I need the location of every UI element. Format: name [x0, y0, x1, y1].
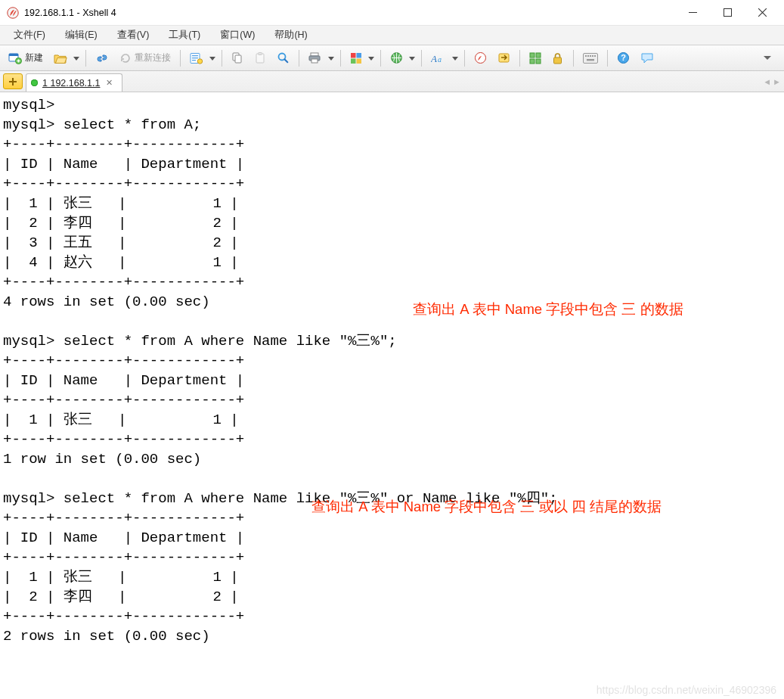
- tile-button[interactable]: [525, 48, 545, 68]
- feedback-button[interactable]: [637, 48, 658, 68]
- svg-rect-37: [594, 55, 596, 57]
- xftp-button[interactable]: [494, 48, 514, 68]
- svg-point-9: [197, 58, 202, 63]
- print-button[interactable]: [305, 48, 326, 68]
- font-dropdown[interactable]: [451, 48, 459, 68]
- svg-rect-20: [351, 58, 356, 64]
- open-button[interactable]: [50, 48, 71, 68]
- maximize-button[interactable]: [710, 2, 745, 24]
- svg-rect-29: [530, 59, 535, 64]
- new-tab-button[interactable]: [3, 73, 23, 89]
- minimize-button[interactable]: [675, 2, 710, 24]
- svg-rect-33: [585, 55, 587, 57]
- svg-rect-15: [311, 53, 318, 56]
- menu-bar: 文件(F) 编辑(E) 查看(V) 工具(T) 窗口(W) 帮助(H): [0, 26, 784, 45]
- svg-point-25: [476, 53, 486, 64]
- copy-button[interactable]: [228, 48, 247, 68]
- svg-rect-31: [554, 57, 562, 64]
- link-button[interactable]: [91, 48, 113, 68]
- tab-status-icon: [31, 79, 38, 86]
- svg-rect-1: [724, 9, 731, 17]
- help-button[interactable]: ?: [613, 48, 634, 68]
- properties-dropdown[interactable]: [209, 48, 216, 68]
- svg-rect-19: [357, 53, 362, 58]
- menu-file[interactable]: 文件(F): [6, 26, 53, 44]
- properties-button[interactable]: [186, 48, 207, 68]
- menu-view[interactable]: 查看(V): [110, 26, 157, 44]
- open-dropdown[interactable]: [73, 48, 80, 68]
- tab-label: 1 192.168.1.1: [42, 78, 100, 89]
- svg-rect-18: [351, 53, 356, 58]
- color-scheme-button[interactable]: [346, 48, 366, 68]
- lock-button[interactable]: [548, 48, 568, 68]
- new-session-label: 新建: [25, 51, 43, 64]
- tab-nav: ◄ ►: [763, 71, 781, 92]
- svg-rect-21: [357, 58, 362, 64]
- app-icon: [6, 6, 20, 20]
- font-button[interactable]: A a: [427, 48, 450, 68]
- svg-rect-3: [9, 54, 18, 56]
- tab-strip: 1 192.168.1.1 ✕ ◄ ►: [0, 71, 784, 92]
- tab-next-button[interactable]: ►: [773, 77, 781, 86]
- menu-edit[interactable]: 编辑(E): [57, 26, 105, 44]
- svg-point-0: [8, 7, 18, 17]
- svg-rect-34: [587, 55, 589, 57]
- reconnect-label: 重新连接: [135, 51, 171, 64]
- svg-rect-35: [590, 55, 591, 57]
- print-dropdown[interactable]: [327, 48, 335, 68]
- svg-rect-36: [592, 55, 593, 57]
- keyboard-button[interactable]: [579, 48, 602, 68]
- svg-rect-27: [530, 53, 535, 57]
- svg-rect-11: [235, 55, 241, 63]
- close-button[interactable]: [745, 2, 779, 24]
- xshell-icon-button[interactable]: [470, 48, 491, 68]
- svg-text:a: a: [438, 55, 442, 64]
- language-button[interactable]: [386, 48, 407, 68]
- svg-rect-28: [536, 53, 541, 57]
- window-title: 192.168.1.1 - Xshell 4: [24, 8, 116, 18]
- toolbar-overflow[interactable]: [760, 48, 779, 68]
- session-tab[interactable]: 1 192.168.1.1 ✕: [26, 73, 122, 92]
- color-scheme-dropdown[interactable]: [367, 48, 375, 68]
- svg-rect-32: [584, 53, 598, 63]
- find-button[interactable]: [273, 48, 293, 68]
- menu-help[interactable]: 帮助(H): [267, 26, 315, 44]
- svg-rect-8: [192, 60, 196, 61]
- toolbar: 新建 重新连接: [0, 45, 784, 71]
- language-dropdown[interactable]: [408, 48, 416, 68]
- tab-prev-button[interactable]: ◄: [763, 77, 771, 86]
- svg-rect-7: [192, 57, 198, 58]
- terminal-area: mysql> mysql> select * from A; +----+---…: [0, 92, 784, 699]
- svg-rect-30: [536, 59, 541, 64]
- menu-window[interactable]: 窗口(W): [212, 26, 262, 44]
- title-bar: 192.168.1.1 - Xshell 4: [0, 0, 784, 26]
- svg-rect-17: [311, 59, 318, 63]
- menu-tools[interactable]: 工具(T): [161, 26, 208, 44]
- terminal-output[interactable]: mysql> mysql> select * from A; +----+---…: [0, 92, 784, 699]
- svg-rect-13: [259, 52, 262, 54]
- reconnect-button[interactable]: 重新连接: [116, 48, 175, 68]
- tab-close-icon[interactable]: ✕: [104, 78, 114, 88]
- paste-button[interactable]: [250, 48, 270, 68]
- svg-rect-6: [192, 55, 198, 56]
- new-session-button[interactable]: 新建: [5, 48, 47, 68]
- svg-text:?: ?: [621, 53, 626, 62]
- svg-rect-38: [587, 59, 594, 61]
- svg-text:A: A: [431, 53, 437, 64]
